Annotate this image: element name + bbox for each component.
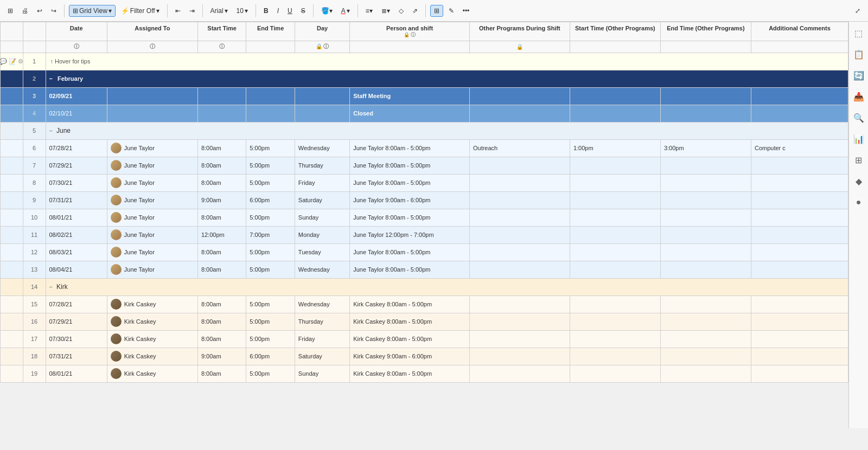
assigned-cell[interactable]: Kirk Caskey bbox=[107, 330, 197, 348]
home-btn[interactable]: ⊞ bbox=[4, 5, 16, 16]
more-btn[interactable]: ••• bbox=[459, 5, 473, 16]
comments-cell[interactable] bbox=[751, 295, 848, 313]
sidebar-download-icon[interactable]: 📥 bbox=[851, 89, 866, 104]
date-cell[interactable]: 08/02/21 bbox=[46, 226, 107, 243]
end-cell[interactable]: 6:00pm bbox=[246, 348, 295, 365]
personshift-cell[interactable]: Kirk Caskey 8:00am - 5:00pm bbox=[350, 313, 470, 330]
font-size-btn[interactable]: 10 ▾ bbox=[233, 5, 251, 16]
starttimeother-cell[interactable] bbox=[570, 330, 660, 348]
otherprog-cell[interactable] bbox=[469, 313, 570, 330]
start-cell[interactable]: 8:00am bbox=[197, 174, 246, 191]
align-btn[interactable]: ≡▾ bbox=[362, 5, 376, 16]
comments-cell[interactable] bbox=[751, 313, 848, 330]
end-cell[interactable]: 5:00pm bbox=[246, 313, 295, 330]
date-cell[interactable]: 08/03/21 bbox=[46, 243, 107, 261]
otherprog-cell[interactable] bbox=[469, 261, 570, 278]
start-cell[interactable]: 8:00am bbox=[197, 243, 246, 261]
end-cell[interactable]: 5:00pm bbox=[246, 139, 295, 157]
indent-dec-btn[interactable]: ⇤ bbox=[172, 5, 184, 16]
date-header[interactable]: Date bbox=[46, 22, 107, 41]
assigned-cell[interactable]: June Taylor bbox=[107, 243, 197, 261]
starttimeother-cell[interactable] bbox=[570, 226, 660, 243]
personshift-cell[interactable]: Kirk Caskey 8:00am - 5:00pm bbox=[350, 365, 470, 382]
start-cell[interactable]: 8:00am bbox=[197, 295, 246, 313]
comments-header[interactable]: Additional Comments bbox=[751, 22, 848, 41]
date-cell[interactable]: 07/31/21 bbox=[46, 348, 107, 365]
underline-btn[interactable]: U bbox=[284, 5, 296, 16]
text-color-btn[interactable]: A▾ bbox=[338, 5, 353, 16]
start-cell[interactable]: 8:00am bbox=[197, 261, 246, 278]
personshift-cell[interactable]: Kirk Caskey 9:00am - 6:00pm bbox=[350, 348, 470, 365]
day-cell[interactable]: Sunday bbox=[295, 365, 349, 382]
start-cell[interactable]: 8:00am bbox=[197, 330, 246, 348]
start-cell[interactable]: 12:00pm bbox=[197, 226, 246, 243]
comments-cell[interactable] bbox=[751, 365, 848, 382]
date-cell[interactable]: 08/01/21 bbox=[46, 365, 107, 382]
date-cell[interactable]: 07/28/21 bbox=[46, 295, 107, 313]
table-row[interactable]: 11 08/02/21 June Taylor 12:00pm 7:00pm M… bbox=[1, 226, 848, 243]
starttimeother-cell[interactable] bbox=[570, 243, 660, 261]
end-cell[interactable]: 7:00pm bbox=[246, 226, 295, 243]
day-cell[interactable]: Saturday bbox=[295, 348, 349, 365]
collapse-section-icon[interactable]: − bbox=[49, 284, 53, 290]
day-cell[interactable]: Wednesday bbox=[295, 261, 349, 278]
assigned-cell[interactable]: June Taylor bbox=[107, 209, 197, 226]
assigned-cell[interactable]: Kirk Caskey bbox=[107, 365, 197, 382]
assigned-cell[interactable]: Kirk Caskey bbox=[107, 295, 197, 313]
comments-cell[interactable] bbox=[751, 261, 848, 278]
day-cell[interactable]: Saturday bbox=[295, 191, 349, 209]
end-cell[interactable]: 5:00pm bbox=[246, 243, 295, 261]
starttimeother-cell[interactable] bbox=[570, 261, 660, 278]
endtimeother-cell[interactable] bbox=[660, 261, 751, 278]
endtimeother-cell[interactable] bbox=[660, 174, 751, 191]
table-row[interactable]: 16 07/29/21 Kirk Caskey 8:00am 5:00pm Th… bbox=[1, 313, 848, 330]
table-row[interactable]: 10 08/01/21 June Taylor 8:00am 5:00pm Su… bbox=[1, 209, 848, 226]
table-row[interactable]: 18 07/31/21 Kirk Caskey 9:00am 6:00pm Sa… bbox=[1, 348, 848, 365]
comments-cell[interactable] bbox=[751, 243, 848, 261]
comments-cell[interactable] bbox=[751, 191, 848, 209]
endtimeother-cell[interactable] bbox=[660, 365, 751, 382]
personshift-cell[interactable]: June Taylor 9:00am - 6:00pm bbox=[350, 191, 470, 209]
assigned-cell[interactable]: June Taylor bbox=[107, 226, 197, 243]
endtime-header[interactable]: End Time bbox=[246, 22, 295, 41]
endtimeother-cell[interactable] bbox=[660, 243, 751, 261]
otherprog-cell[interactable] bbox=[469, 226, 570, 243]
comments-cell[interactable] bbox=[751, 209, 848, 226]
sidebar-grid-icon[interactable]: ⊞ bbox=[853, 153, 864, 168]
table-row[interactable]: 8 07/30/21 June Taylor 8:00am 5:00pm Fri… bbox=[1, 174, 848, 191]
end-cell[interactable]: 6:00pm bbox=[246, 191, 295, 209]
endtimeother-cell[interactable] bbox=[660, 209, 751, 226]
otherprog-cell[interactable]: Outreach bbox=[469, 139, 570, 157]
day-cell[interactable]: Tuesday bbox=[295, 243, 349, 261]
end-cell[interactable]: 5:00pm bbox=[246, 209, 295, 226]
personshift-cell[interactable]: June Taylor 8:00am - 5:00pm bbox=[350, 157, 470, 174]
collapse-icon[interactable]: − bbox=[49, 75, 53, 82]
personshift-cell[interactable]: June Taylor 8:00am - 5:00pm bbox=[350, 174, 470, 191]
grid-view-btn[interactable]: ⊞ Grid View ▾ bbox=[69, 5, 116, 17]
starttimeother-cell[interactable] bbox=[570, 191, 660, 209]
end-cell[interactable]: 5:00pm bbox=[246, 174, 295, 191]
list-btn[interactable]: ≣▾ bbox=[378, 5, 393, 16]
day-cell[interactable]: Thursday bbox=[295, 157, 349, 174]
starttimeother-cell[interactable] bbox=[570, 174, 660, 191]
comments-cell[interactable] bbox=[751, 348, 848, 365]
day-cell[interactable]: Wednesday bbox=[295, 139, 349, 157]
otherprog-cell[interactable] bbox=[469, 157, 570, 174]
strikethrough-btn[interactable]: S bbox=[298, 5, 309, 16]
endtimeother-cell[interactable]: 3:00pm bbox=[660, 139, 751, 157]
sidebar-panel-icon[interactable]: ⬚ bbox=[852, 26, 865, 41]
personshift-header[interactable]: Person and shift 🔒 ⓘ bbox=[350, 22, 470, 41]
endtimeother-cell[interactable] bbox=[660, 348, 751, 365]
otherprog-cell[interactable] bbox=[469, 365, 570, 382]
indent-inc-btn[interactable]: ⇥ bbox=[186, 5, 198, 16]
otherprog-cell[interactable] bbox=[469, 243, 570, 261]
date-cell[interactable]: 07/31/21 bbox=[46, 191, 107, 209]
table-row[interactable]: 13 08/04/21 June Taylor 8:00am 5:00pm We… bbox=[1, 261, 848, 278]
assigned-cell[interactable]: June Taylor bbox=[107, 261, 197, 278]
end-cell[interactable]: 5:00pm bbox=[246, 330, 295, 348]
end-cell[interactable]: 5:00pm bbox=[246, 295, 295, 313]
sidebar-circle-icon[interactable]: ● bbox=[854, 195, 864, 209]
starttimeother-cell[interactable] bbox=[570, 348, 660, 365]
day-header[interactable]: Day bbox=[295, 22, 349, 41]
collapse-section-icon[interactable]: − bbox=[49, 127, 53, 134]
